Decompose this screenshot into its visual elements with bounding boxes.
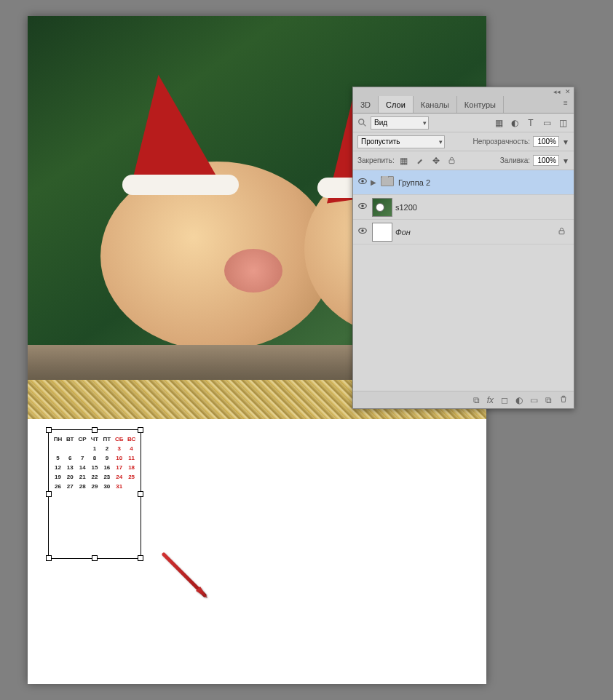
calendar-day-cell: 30 <box>100 483 113 490</box>
calendar-day-cell <box>52 445 64 452</box>
transform-handle[interactable] <box>46 491 52 497</box>
add-mask-icon[interactable]: ◻ <box>501 395 508 405</box>
calendar-day-cell: 23 <box>100 474 113 480</box>
svg-point-4 <box>361 180 364 183</box>
visibility-toggle[interactable] <box>356 226 369 238</box>
calendar-day-cell: 25 <box>125 474 138 480</box>
layer-row-group[interactable]: ▶ Группа 2 <box>353 170 574 195</box>
calendar-day-cell: 24 <box>113 474 125 480</box>
visibility-toggle[interactable] <box>356 201 369 213</box>
tab-layers[interactable]: Слои <box>379 96 414 113</box>
transform-handle[interactable] <box>92 427 98 433</box>
filter-smartobject-icon[interactable]: ◫ <box>556 116 569 130</box>
calendar-day-cell: 2 <box>100 445 113 452</box>
calendar-day-cell <box>76 445 89 452</box>
transform-handle[interactable] <box>138 491 143 497</box>
tab-3d[interactable]: 3D <box>353 96 379 113</box>
calendar-header-cell: ПТ <box>100 436 113 442</box>
filter-type-icon[interactable]: T <box>524 116 537 130</box>
panel-menu-icon[interactable]: ≡ <box>561 98 571 108</box>
layer-name[interactable]: Фон <box>395 228 558 236</box>
filter-shape-icon[interactable]: ▭ <box>540 116 553 130</box>
calendar-day-cell: 17 <box>113 464 125 471</box>
opacity-input[interactable]: 100% <box>533 136 559 147</box>
calendar-day-cell: 5 <box>52 455 64 461</box>
visibility-toggle[interactable] <box>356 176 369 188</box>
calendar-day-cell: 26 <box>52 483 64 490</box>
expand-icon[interactable]: ▶ <box>371 178 376 186</box>
svg-rect-9 <box>559 231 564 234</box>
collapse-icon[interactable]: ◂◂ <box>553 88 561 95</box>
layers-panel-footer: ⧉ fx ◻ ◐ ▭ ⧉ <box>353 391 574 408</box>
close-icon[interactable]: ✕ <box>565 88 571 95</box>
calendar-day-cell: 4 <box>125 445 138 452</box>
new-group-icon[interactable]: ▭ <box>530 395 538 405</box>
fill-label: Заливка: <box>500 156 530 164</box>
panel-topbar: ◂◂ ✕ <box>353 87 574 96</box>
layer-row-background[interactable]: Фон <box>353 220 574 244</box>
layers-list: ▶ Группа 2 s1200 Фон <box>353 170 574 391</box>
chevron-down-icon[interactable]: ▾ <box>562 135 569 148</box>
tab-paths[interactable]: Контуры <box>457 96 504 113</box>
calendar-day-cell: 11 <box>125 455 138 461</box>
transform-handle[interactable] <box>92 555 98 561</box>
calendar-day-cell: 20 <box>64 474 76 480</box>
filter-type-select[interactable]: Вид ▾ <box>371 116 429 130</box>
transform-handle[interactable] <box>46 427 52 433</box>
lock-brush-icon[interactable] <box>414 154 427 167</box>
layer-thumbnail <box>372 198 392 217</box>
calendar-day-cell: 27 <box>64 483 76 490</box>
santa-hat <box>115 68 217 188</box>
layer-fx-icon[interactable]: fx <box>487 395 494 405</box>
filter-adjustment-icon[interactable]: ◐ <box>508 116 521 130</box>
blend-opacity-row: Пропустить ▾ Непрозрачность: 100% ▾ <box>353 132 574 151</box>
link-layers-icon[interactable]: ⧉ <box>473 395 480 405</box>
lock-all-icon[interactable] <box>446 154 459 167</box>
layers-panel[interactable]: ◂◂ ✕ 3D Слои Каналы Контуры ≡ Вид ▾ ▦ ◐ … <box>352 87 574 409</box>
blend-mode-select[interactable]: Пропустить ▾ <box>357 135 445 148</box>
blend-mode-value: Пропустить <box>361 138 400 146</box>
hat-band <box>122 175 239 195</box>
layer-name[interactable]: Группа 2 <box>398 178 571 187</box>
layer-search-row: Вид ▾ ▦ ◐ T ▭ ◫ <box>353 114 574 132</box>
calendar-day-cell <box>64 445 76 452</box>
layer-row-image[interactable]: s1200 <box>353 195 574 220</box>
new-layer-icon[interactable]: ⧉ <box>545 395 552 405</box>
folder-icon <box>381 176 394 186</box>
calendar-header-cell: ВС <box>125 436 138 442</box>
calendar-transform-box[interactable]: ПНВТСРЧТПТСБВС12345678910111213141516171… <box>48 429 141 559</box>
lock-label: Закрепить: <box>357 156 395 164</box>
panel-tab-bar: 3D Слои Каналы Контуры ≡ <box>353 96 574 114</box>
transform-handle[interactable] <box>46 555 52 561</box>
chevron-down-icon: ▾ <box>423 119 427 127</box>
pig-snout <box>224 249 282 293</box>
calendar-day-cell: 13 <box>64 464 76 471</box>
lock-icon <box>558 227 568 236</box>
calendar-day-cell: 1 <box>89 445 101 452</box>
filter-pixel-icon[interactable]: ▦ <box>492 116 505 130</box>
calendar-day-cell: 10 <box>113 455 125 461</box>
calendar-header-cell: ПН <box>52 436 64 442</box>
calendar-day-cell: 14 <box>76 464 89 471</box>
lock-transparent-icon[interactable]: ▦ <box>398 154 411 167</box>
lock-position-icon[interactable]: ✥ <box>430 154 443 167</box>
chevron-down-icon[interactable]: ▾ <box>562 154 569 167</box>
fill-input[interactable]: 100% <box>533 155 559 166</box>
annotation-arrow <box>162 553 217 608</box>
transform-handle[interactable] <box>138 555 143 561</box>
calendar-day-cell: 31 <box>113 483 125 490</box>
calendar-day-cell: 3 <box>113 445 125 452</box>
calendar-day-cell: 28 <box>76 483 89 490</box>
calendar-day-cell: 15 <box>89 464 101 471</box>
calendar-day-cell <box>125 483 138 490</box>
layer-name[interactable]: s1200 <box>395 203 571 212</box>
lock-fill-row: Закрепить: ▦ ✥ Заливка: 100% ▾ <box>353 151 574 170</box>
calendar-day-cell: 18 <box>125 464 138 471</box>
transform-handle[interactable] <box>138 427 143 433</box>
delete-layer-icon[interactable] <box>559 394 568 405</box>
new-adjustment-icon[interactable]: ◐ <box>515 395 523 405</box>
opacity-label: Непрозрачность: <box>472 138 530 146</box>
svg-line-1 <box>363 123 366 126</box>
svg-rect-2 <box>449 160 454 164</box>
tab-channels[interactable]: Каналы <box>414 96 457 113</box>
